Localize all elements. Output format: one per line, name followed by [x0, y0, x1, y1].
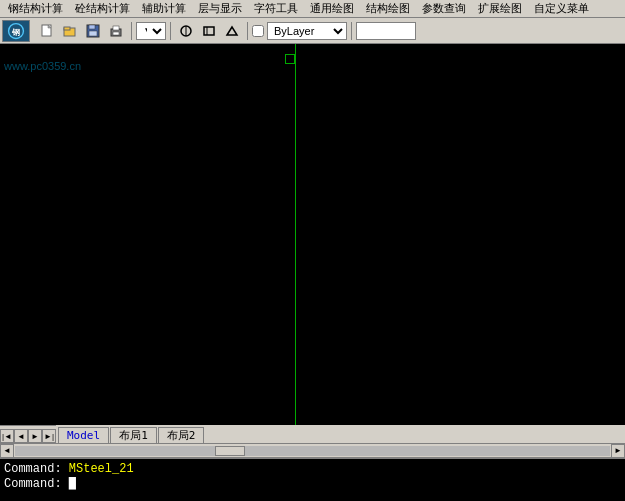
hscroll-thumb[interactable]: [215, 446, 245, 456]
menubar: 钢结构计算 砼结构计算 辅助计算 层与显示 字符工具 通用绘图 结构绘图 参数查…: [0, 0, 625, 18]
svg-rect-15: [204, 27, 214, 35]
cursor-select[interactable]: ▼: [136, 22, 166, 40]
menu-char-tools[interactable]: 字符工具: [248, 0, 304, 17]
layer-toolbar-group: [175, 21, 243, 41]
menu-ext-draw[interactable]: 扩展绘图: [472, 0, 528, 17]
hscroll-left[interactable]: ◄: [0, 444, 14, 458]
command-line-1: Command: MSteel_21: [4, 461, 621, 477]
toolbar-sep-4: [351, 22, 352, 40]
cmd-cursor: █: [62, 477, 76, 491]
tab-layout1[interactable]: 布局1: [110, 427, 157, 443]
tab-bar: Model 布局1 布局2: [56, 425, 625, 443]
menu-aux-calc[interactable]: 辅助计算: [136, 0, 192, 17]
svg-rect-6: [64, 27, 70, 30]
svg-rect-9: [89, 31, 97, 36]
color-checkbox-group: ByLayer: [252, 22, 347, 40]
svg-rect-12: [113, 32, 119, 35]
toolbar-sep-3: [247, 22, 248, 40]
tab-scroll-prev[interactable]: ◄: [14, 429, 28, 443]
tab-scroll-first[interactable]: |◄: [0, 429, 14, 443]
print-button[interactable]: [105, 21, 127, 41]
new-button[interactable]: [36, 21, 58, 41]
tab-layout2[interactable]: 布局2: [158, 427, 205, 443]
layer-btn-1[interactable]: [175, 21, 197, 41]
cursor-toolbar-group: ▼: [136, 22, 166, 40]
menu-custom[interactable]: 自定义菜单: [528, 0, 595, 17]
tab-scroll-next[interactable]: ►: [28, 429, 42, 443]
tab-model[interactable]: Model: [58, 427, 109, 443]
hscroll-right[interactable]: ►: [611, 444, 625, 458]
menu-steel-calc[interactable]: 钢结构计算: [2, 0, 69, 17]
canvas-divider: [295, 44, 296, 425]
tab-scroll-last[interactable]: ►|: [42, 429, 56, 443]
cmd-label-2: Command:: [4, 477, 62, 491]
open-button[interactable]: [59, 21, 81, 41]
cmd-value-1: MSteel_21: [62, 462, 134, 476]
command-line-2: Command: █: [4, 477, 621, 491]
menu-struct-draw[interactable]: 结构绘图: [360, 0, 416, 17]
command-area: Command: MSteel_21 Command: █: [0, 457, 625, 501]
layer-btn-2[interactable]: [198, 21, 220, 41]
toolbar-sep-2: [170, 22, 171, 40]
svg-rect-8: [89, 25, 95, 29]
color-layer-select[interactable]: ByLayer: [267, 22, 347, 40]
logo-image: 钢: [2, 20, 30, 42]
app-logo: 钢: [2, 20, 30, 42]
cursor-indicator: [285, 54, 295, 64]
menu-common-draw[interactable]: 通用绘图: [304, 0, 360, 17]
layer-btn-3[interactable]: [221, 21, 243, 41]
tab-scroll-row: |◄ ◄ ► ►| Model 布局1 布局2: [0, 425, 625, 443]
svg-rect-11: [113, 26, 119, 30]
watermark: www.pc0359.cn: [4, 60, 81, 72]
menu-param-query[interactable]: 参数查询: [416, 0, 472, 17]
toolbar-sep-1: [131, 22, 132, 40]
bylayer-checkbox[interactable]: [252, 25, 264, 37]
cmd-label-1: Command:: [4, 462, 62, 476]
hscroll-bar: ◄ ►: [0, 443, 625, 457]
toolbar: 钢 ▼: [0, 18, 625, 44]
save-button[interactable]: [82, 21, 104, 41]
menu-concrete-calc[interactable]: 砼结构计算: [69, 0, 136, 17]
hscroll-track[interactable]: [15, 446, 610, 456]
menu-layer-display[interactable]: 层与显示: [192, 0, 248, 17]
canvas[interactable]: www.pc0359.cn: [0, 44, 625, 425]
file-toolbar-group: [36, 21, 127, 41]
main-drawing-area: www.pc0359.cn: [0, 44, 625, 425]
color-input[interactable]: [356, 22, 416, 40]
svg-text:钢: 钢: [11, 27, 20, 36]
